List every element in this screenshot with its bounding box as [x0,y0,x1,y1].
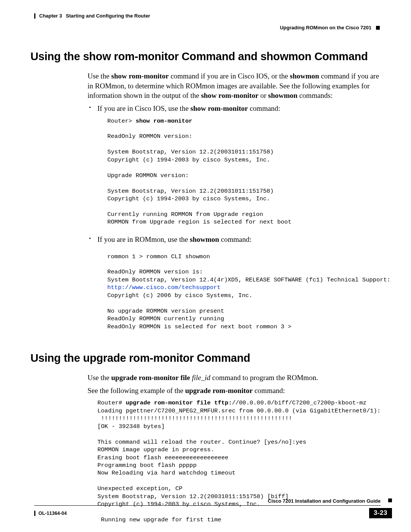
bullet1: If you are in Cisco IOS, use the show ro… [88,104,381,226]
b2-pre: If you are in ROMmon, use the [97,235,190,243]
s2p2-tail: command: [253,387,285,395]
s2p1-pre: Use the [88,374,111,382]
page-header: Chapter 3 Starting and Configuring the R… [34,13,381,30]
section1-intro: Use the show rom-monitor command if you … [88,71,381,101]
b2-tail: command: [219,235,252,243]
footer-doc-id: OL-11364-04 [38,511,67,516]
code1-body: ReadOnly ROMMON version: System Bootstra… [107,133,292,225]
footer-guide-title: Cisco 7201 Installation and Configuratio… [34,498,381,504]
page-number-badge: 3-23 [369,508,392,518]
s2p1-ital: file_id [192,374,210,382]
code1-cmd: show rom-monitor [135,118,192,125]
intro-cmd3: show rom-monitor [201,91,258,99]
intro-cmd1: show rom-monitor [111,72,169,80]
chapter-title: Starting and Configuring the Router [66,13,150,19]
chapter-label: Chapter 3 [39,13,62,19]
intro-tail: commands: [298,91,333,99]
s2p1-tail: command to program the ROMmon. [210,374,318,382]
code-block-2: rommon 1 > rommon CLI showmon ReadOnly R… [107,253,381,331]
code3-bold: upgrade rom-monitor file tftp: [126,399,232,406]
intro-pre: Use the [88,72,111,80]
b1-tail: command: [248,104,280,112]
section-heading-show-rom: Using the show rom-monitor Command and s… [30,50,381,63]
code1-prompt: Router> [107,118,135,125]
intro-mid1: command if you are in Cisco IOS, or the [169,72,290,80]
section2-p2: See the following example of the upgrade… [88,386,381,396]
page-footer: Cisco 7201 Installation and Configuratio… [34,498,392,518]
s2p1-cmd: upgrade rom-monitor file [111,374,190,382]
section1-body: Use the show rom-monitor command if you … [88,71,381,331]
footer-rule [34,505,381,506]
square-marker-icon [376,26,380,30]
section1-bullets: If you are in Cisco IOS, use the show ro… [88,104,381,331]
intro-mid3: or [258,91,268,99]
b2-cmd: showmon [190,235,219,243]
header-bar-icon [34,13,35,19]
header-left-row: Chapter 3 Starting and Configuring the R… [34,13,381,19]
bullet2: If you are in ROMmon, use the showmon co… [88,235,381,331]
section2-p1: Use the upgrade rom-monitor file file_id… [88,373,381,383]
intro-cmd2: showmon [290,72,319,80]
s2p2-cmd: upgrade rom-monitor [185,387,253,395]
b1-pre: If you are in Cisco IOS, use the [97,104,190,112]
footer-bar-icon [34,511,35,516]
code2-rest: Copyright (c) 2006 by cisco Systems, Inc… [107,292,292,330]
code2-top: rommon 1 > rommon CLI showmon ReadOnly R… [107,253,394,283]
code3-prompt: Router# [97,399,126,406]
code2-link[interactable]: http://www.cisco.com/techsupport [107,284,221,291]
b1-cmd: show rom-monitor [190,104,248,112]
code-block-1: Router> show rom-monitor ReadOnly ROMMON… [107,117,381,226]
section-heading-upgrade: Using the upgrade rom-monitor Command [30,352,381,364]
s2p2-pre: See the following example of the [88,387,185,395]
header-right-row-wrap: Upgrading ROMmon on the Cisco 7201 [34,25,381,30]
intro-cmd4: showmon [268,91,298,99]
header-section: Upgrading ROMmon on the Cisco 7201 [280,25,371,30]
